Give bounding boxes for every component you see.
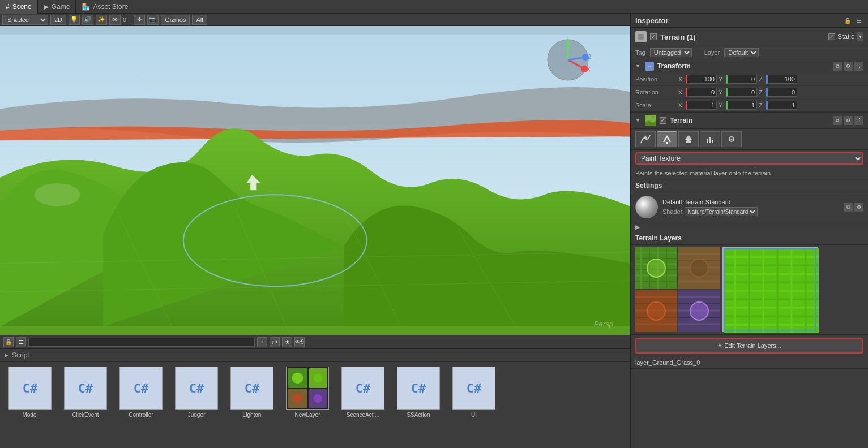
material-expand-btn[interactable]: ▶ — [635, 223, 640, 231]
static-dropdown-btn[interactable]: ▼ — [857, 32, 863, 41]
inspector-header-icons: 🔒 ☰ — [843, 16, 863, 25]
material-row: Default-Terrain-Standard Shader Nature/T… — [631, 192, 868, 222]
effects-icon-btn[interactable]: ✨ — [96, 15, 107, 25]
raise-terrain-btn[interactable] — [635, 131, 656, 147]
menu-btn[interactable]: ☰ — [16, 337, 26, 347]
light-icon-btn[interactable]: 💡 — [69, 15, 80, 25]
layer-thumb-4[interactable] — [678, 290, 720, 332]
asset-clickevent[interactable]: C# ClickEvent — [60, 367, 111, 418]
add-btn[interactable]: + — [257, 337, 267, 347]
bottom-panel: 🔒 ☰ + 🏷 ★ 👁 9 Script C# Model — [0, 335, 630, 448]
transform-scale-row: Scale X Y Z — [631, 99, 868, 112]
terrain-view: Y X Z Persp — [0, 26, 630, 335]
asset-newlayer[interactable]: NewLayer — [282, 367, 333, 418]
rotation-y[interactable] — [726, 88, 757, 97]
shading-mode-select[interactable]: Shaded Wireframe — [2, 15, 48, 25]
paint-texture-btn[interactable] — [657, 131, 677, 147]
svg-point-26 — [314, 374, 323, 383]
terrain-settings-tool-btn[interactable] — [721, 131, 742, 147]
all-btn[interactable]: All — [192, 15, 207, 25]
eye-count-btn[interactable]: 👁 9 — [294, 337, 305, 347]
asset-scenceacti[interactable]: C# ScenceActi... — [337, 367, 388, 418]
transform-overflow-btn[interactable]: ⋮ — [854, 62, 863, 71]
scale-x[interactable] — [686, 101, 717, 110]
svg-point-28 — [314, 394, 323, 403]
asset-lighton[interactable]: C# Lighton — [226, 367, 277, 418]
material-icons: ⧉ ⚙ — [844, 203, 863, 212]
tab-asset-store[interactable]: 🏪 Asset Store — [76, 0, 134, 14]
scale-z[interactable] — [766, 101, 797, 110]
tab-scene[interactable]: # Scene — [0, 0, 38, 14]
search-input[interactable] — [28, 338, 255, 347]
svg-rect-30 — [638, 34, 644, 40]
tab-game[interactable]: ▶ Game — [38, 0, 76, 14]
transform-component: ▼ ↔ Transform ⧉ ⚙ ⋮ Position X Y — [631, 59, 868, 113]
inspector-title: Inspector — [635, 16, 669, 25]
scene-gizmo[interactable]: Y X Z — [545, 37, 591, 83]
viewport-toolbar: Shaded Wireframe 2D 💡 🔊 ✨ 👁 0 ✛ 📷 Gizmos… — [0, 14, 630, 26]
rotation-z[interactable] — [766, 88, 797, 97]
star-btn[interactable]: ★ — [282, 337, 292, 347]
asset-judger[interactable]: C# Judger — [171, 367, 222, 418]
material-copy-btn[interactable]: ⧉ — [844, 203, 853, 212]
assets-area: C# Model C# ClickEvent C# Controller — [0, 362, 630, 448]
material-info: Default-Terrain-Standard Shader Nature/T… — [662, 198, 839, 216]
transform-copy-btn[interactable]: ⧉ — [833, 62, 842, 71]
object-active-checkbox[interactable] — [650, 33, 657, 40]
svg-point-66 — [647, 302, 665, 320]
tag-select[interactable]: Untagged — [650, 48, 692, 57]
layer-select[interactable]: Default — [724, 48, 759, 57]
terrain-component: ▼ Terrain ⧉ ⚙ ⋮ — [631, 113, 868, 369]
inspector-menu-btn[interactable]: ☰ — [854, 16, 863, 25]
transform-header[interactable]: ▼ ↔ Transform ⧉ ⚙ ⋮ — [631, 59, 868, 73]
asset-controller[interactable]: C# Controller — [116, 367, 166, 418]
position-x[interactable] — [686, 75, 717, 84]
svg-point-27 — [293, 394, 302, 403]
inspector-lock-btn[interactable]: 🔒 — [843, 16, 852, 25]
viewport-canvas[interactable]: Y X Z Persp — [0, 26, 630, 335]
2d-button[interactable]: 2D — [50, 15, 66, 25]
gizmos-btn[interactable]: Gizmos — [161, 15, 190, 25]
asset-store-icon: 🏪 — [82, 3, 90, 11]
transform-position-row: Position X Y Z — [631, 73, 868, 86]
terrain-settings-btn[interactable]: ⚙ — [844, 116, 853, 125]
material-expand-row: ▶ — [631, 222, 868, 232]
audio-icon-btn[interactable]: 🔊 — [82, 15, 93, 25]
layer-count: 0 — [123, 16, 126, 23]
scale-label: Scale — [635, 102, 675, 109]
static-checkbox[interactable] — [828, 33, 835, 40]
lock-btn[interactable]: 🔒 — [3, 337, 14, 347]
terrain-overflow-btn[interactable]: ⋮ — [854, 116, 863, 125]
camera-btn[interactable]: 📷 — [147, 15, 159, 25]
asset-ui[interactable]: C# UI — [448, 367, 499, 418]
move-tool-btn[interactable]: ✛ — [134, 15, 145, 25]
terrain-copy-btn[interactable]: ⧉ — [833, 116, 842, 125]
scale-y[interactable] — [726, 101, 757, 110]
transform-settings-btn[interactable]: ⚙ — [844, 62, 853, 71]
description-text: Paints the selected material layer onto … — [631, 167, 868, 179]
terrain-component-header[interactable]: ▼ Terrain ⧉ ⚙ ⋮ — [631, 113, 868, 129]
asset-ssaction[interactable]: C# SSAction — [393, 367, 444, 418]
eye-icon-btn[interactable]: 👁 — [109, 15, 121, 25]
layer-thumb-3[interactable] — [635, 290, 677, 332]
paint-details-btn[interactable] — [700, 131, 720, 147]
terrain-active-checkbox[interactable] — [660, 117, 666, 124]
terrain-svg — [0, 26, 630, 335]
layer-thumb-selected[interactable] — [722, 247, 818, 332]
layer-thumb-1[interactable] — [635, 247, 677, 289]
layer-thumb-2[interactable] — [678, 247, 720, 289]
place-trees-btn[interactable] — [678, 131, 699, 147]
paint-texture-select[interactable]: Paint Texture — [635, 152, 863, 165]
svg-marker-32 — [644, 135, 647, 139]
position-z[interactable] — [766, 75, 797, 84]
rotation-x[interactable] — [686, 88, 717, 97]
asset-model[interactable]: C# Model — [5, 367, 55, 418]
edit-terrain-layers-btn[interactable]: ✳ Edit Terrain Layers... — [635, 338, 863, 354]
object-icon — [635, 31, 647, 42]
shader-select[interactable]: Nature/Terrain/Standard — [685, 207, 758, 216]
bottom-toolbar: 🔒 ☰ + 🏷 ★ 👁 9 — [0, 335, 630, 349]
layer-selected-outline — [724, 248, 816, 331]
tag-btn[interactable]: 🏷 — [270, 337, 280, 347]
position-y[interactable] — [726, 75, 757, 84]
material-settings-btn[interactable]: ⚙ — [854, 203, 863, 212]
